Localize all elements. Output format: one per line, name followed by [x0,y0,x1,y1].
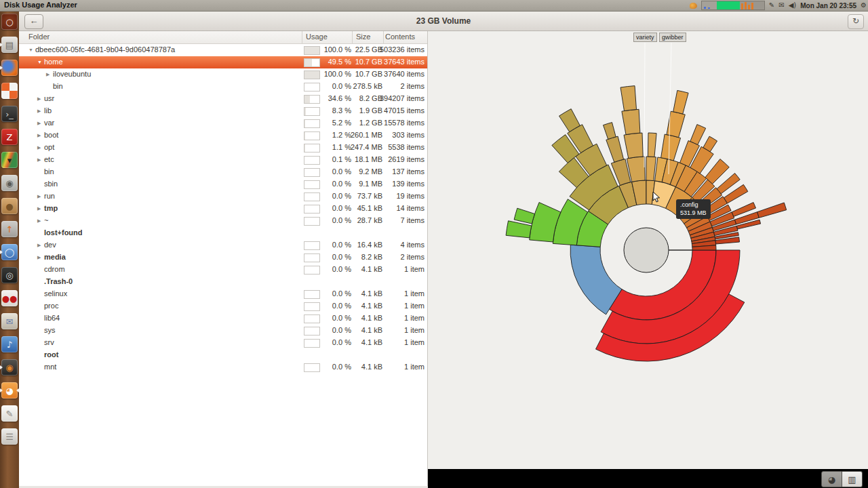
chart-segment[interactable] [705,159,730,184]
table-row[interactable]: ▼home49.5 %10.7 GB37643 items [19,56,427,68]
table-row[interactable]: selinux0.0 %4.1 kB1 item [19,288,427,300]
dock-lion-mascot[interactable]: ● [1,198,18,214]
mail-icon[interactable]: ✉ [778,0,784,11]
session-gear-icon[interactable]: ⚙ [861,0,867,11]
usage-bar [304,107,320,116]
dock-firefox[interactable] [1,60,18,76]
chart-segment[interactable] [661,134,681,161]
dock-updater[interactable]: ↑ [1,221,18,237]
usage-bar [304,192,320,201]
chart-segment[interactable] [506,221,532,238]
dock-disk-usage-analyzer[interactable]: ◕ [1,382,18,399]
chart-segment[interactable] [690,125,706,145]
table-row[interactable]: sbin0.0 %9.1 MB139 items [19,178,427,190]
table-row[interactable]: srv0.0 %4.1 kB1 item [19,337,427,349]
rings-chart-pane[interactable]: variety gwibber .config 531.9 MB [428,30,868,469]
dock-file-manager[interactable]: ▤ [1,37,18,53]
col-header-usage[interactable]: Usage [306,33,328,41]
usage-bar [304,217,320,226]
chart-segment[interactable] [673,90,688,114]
dock-speaker-app[interactable]: ◉ [1,359,18,375]
table-row[interactable]: ▶run0.0 %73.7 kB19 items [19,190,427,203]
table-row[interactable]: proc0.0 %4.1 kB1 item [19,300,427,312]
dock-notes[interactable]: ✎ [1,405,18,422]
table-row[interactable]: ▶opt1.1 %247.4 MB5538 items [19,142,427,154]
table-row[interactable]: .Trash-0 [19,276,427,288]
expander-icon[interactable]: ▶ [37,133,44,138]
chart-segment[interactable] [514,208,534,224]
expander-icon[interactable]: ▼ [37,60,44,64]
chart-segment[interactable] [620,86,637,111]
table-row[interactable]: sys0.0 %4.1 kB1 item [19,325,427,337]
chart-segment[interactable] [757,203,787,218]
table-row[interactable]: lib640.0 %4.1 kB1 item [19,312,427,325]
table-row[interactable]: cdrom0.0 %4.1 kB1 item [19,264,427,276]
chart-segment[interactable] [624,133,643,158]
table-row[interactable]: ▶lib8.3 %1.9 GB47015 items [19,105,427,117]
table-row[interactable]: ▶tmp0.0 %45.1 kB14 items [19,203,427,215]
chart-center-root[interactable] [624,228,669,272]
dock-filezilla[interactable]: Z [1,129,18,145]
table-row[interactable]: root [19,349,427,361]
expander-icon[interactable]: ▼ [28,47,35,52]
dock-cherries[interactable]: ●● [1,290,18,306]
tablet-pen-icon[interactable]: ✎ [769,0,774,11]
table-row[interactable]: mnt0.0 %4.1 kB1 item [19,361,427,373]
chart-segment[interactable] [606,136,624,162]
usage-percent: 0.0 % [332,326,351,334]
chart-segment[interactable] [648,133,656,157]
dock-chromium-blue[interactable]: ◯ [1,244,18,260]
dock-owl-app[interactable]: ◉ [1,175,18,191]
expander-icon[interactable]: ▶ [37,194,44,199]
panel-clock[interactable]: Mon Jan 20 23:55 [800,2,856,9]
folder-name: ▶dev [37,241,56,249]
chart-segment[interactable] [622,109,640,134]
table-row[interactable]: ▶iloveubuntu100.0 %10.7 GB37640 items [19,68,427,81]
expander-icon[interactable]: ▶ [37,218,44,224]
chart-segment[interactable] [604,123,616,140]
dock-terminal[interactable]: ›_ [1,106,18,122]
expander-icon[interactable]: ▶ [37,121,44,126]
expander-icon[interactable]: ▶ [37,157,44,163]
running-indicator [0,365,3,369]
table-row[interactable]: ▶usr34.6 %8.2 GB394207 items [19,93,427,105]
fish-indicator-icon[interactable] [690,3,697,9]
col-header-size[interactable]: Size [356,33,370,41]
table-row[interactable]: lost+found [19,227,427,239]
usage-percent: 34.6 % [328,94,351,102]
expander-icon[interactable]: ▶ [37,96,44,102]
dock-atom-app[interactable]: ◎ [1,267,18,283]
expander-icon[interactable]: ▶ [37,145,44,150]
rings-chart[interactable] [428,30,868,469]
sound-icon[interactable]: ◀) [789,0,797,11]
table-row[interactable]: ▼dbeec600-05fc-4681-9b04-9d060478787a100… [19,44,427,56]
expander-icon[interactable]: ▶ [46,72,53,77]
table-row[interactable]: ▶var5.2 %1.2 GB15578 items [19,117,427,129]
dock-ubuntu-dash[interactable]: ○ [1,14,18,30]
treemap-view-button[interactable]: ▥ [842,471,863,487]
rescan-button[interactable]: ↻ [848,14,864,29]
dock-music-sync[interactable]: ♪ [1,336,18,352]
table-row[interactable]: ▶~0.0 %28.7 kB7 items [19,215,427,227]
table-row[interactable]: ▶boot1.2 %260.1 MB303 items [19,129,427,142]
table-row[interactable]: bin0.0 %9.2 MB137 items [19,166,427,178]
table-row[interactable]: bin0.0 %278.5 kB2 items [19,81,427,93]
table-row[interactable]: ▶etc0.1 %18.1 MB2619 items [19,154,427,166]
dock-game-tiles[interactable] [1,83,18,99]
table-row[interactable]: ▶dev0.0 %16.4 kB4 items [19,239,427,251]
col-header-contents[interactable]: Contents [385,33,415,41]
dock-photos-bird[interactable]: ▾ [1,152,18,168]
col-header-folder[interactable]: Folder [28,33,50,41]
folder-name: ▶lib [37,106,52,115]
system-load-indicator[interactable] [701,1,765,10]
dock-document-stack[interactable]: ☰ [1,428,18,445]
table-row[interactable]: ▶media0.0 %8.2 kB2 items [19,251,427,264]
expander-icon[interactable]: ▶ [37,108,44,114]
expander-icon[interactable]: ▶ [37,243,44,248]
rings-chart-view-button[interactable]: ◕ [821,471,842,487]
expander-icon[interactable]: ▶ [37,255,44,260]
chart-segment[interactable] [646,157,656,181]
expander-icon[interactable]: ▶ [37,206,44,211]
window-title: 23 GB Volume [19,16,868,26]
dock-photo-card[interactable]: ✉ [1,313,18,329]
